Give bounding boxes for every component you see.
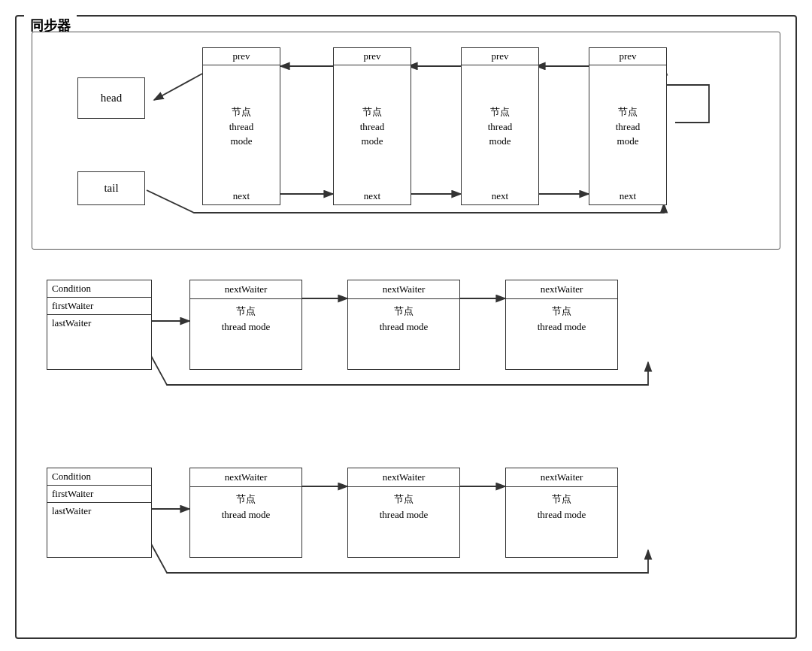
node2-body: 节点threadmode xyxy=(334,65,411,188)
s2-w2-nextwaiter: nextWaiter xyxy=(348,280,459,299)
s3-waiter1: nextWaiter 节点thread mode xyxy=(189,468,302,558)
node3-prev: prev xyxy=(462,48,538,65)
arrow-node1-prev-to-head xyxy=(154,74,202,100)
s2-lastwaiter: lastWaiter xyxy=(47,315,151,332)
s2-w1-nextwaiter: nextWaiter xyxy=(190,280,301,299)
section3-condition-queue: Condition firstWaiter lastWaiter nextWai… xyxy=(32,453,780,618)
node3-body: 节点threadmode xyxy=(462,65,538,188)
ll-node-2: prev 节点threadmode next xyxy=(333,47,411,205)
sync-box: 同步器 xyxy=(15,15,797,639)
s3-condition-label: Condition xyxy=(47,468,151,486)
s2-w3-nextwaiter: nextWaiter xyxy=(506,280,617,299)
s2-w2-body: 节点thread mode xyxy=(348,299,459,340)
ll-node-4: prev 节点threadmode next xyxy=(589,47,667,205)
s3-w3-body: 节点thread mode xyxy=(506,487,617,528)
arrow-external-to-node4-prev xyxy=(664,66,709,123)
node4-next: next xyxy=(589,188,666,204)
node1-body: 节点threadmode xyxy=(203,65,280,188)
ll-node-1: prev 节点threadmode next xyxy=(202,47,280,205)
ll-node-3: prev 节点threadmode next xyxy=(461,47,539,205)
node1-prev: prev xyxy=(203,48,280,65)
node2-next: next xyxy=(334,188,411,204)
s3-w2-nextwaiter: nextWaiter xyxy=(348,468,459,487)
s2-w3-body: 节点thread mode xyxy=(506,299,617,340)
section2-condition-box: Condition firstWaiter lastWaiter xyxy=(47,280,152,370)
section3-condition-box: Condition firstWaiter lastWaiter xyxy=(47,468,152,558)
s2-waiter2: nextWaiter 节点thread mode xyxy=(347,280,460,370)
s3-w2-body: 节点thread mode xyxy=(348,487,459,528)
node4-prev: prev xyxy=(589,48,666,65)
s3-lastwaiter: lastWaiter xyxy=(47,503,151,519)
s3-w1-body: 节点thread mode xyxy=(190,487,301,528)
s2-waiter3: nextWaiter 节点thread mode xyxy=(505,280,618,370)
node3-next: next xyxy=(462,188,538,204)
s3-w1-nextwaiter: nextWaiter xyxy=(190,468,301,487)
head-box: head xyxy=(77,77,145,119)
node4-body: 节点threadmode xyxy=(589,65,666,188)
s2-w1-body: 节点thread mode xyxy=(190,299,301,340)
node2-prev: prev xyxy=(334,48,411,65)
s3-w3-nextwaiter: nextWaiter xyxy=(506,468,617,487)
s2-firstwaiter: firstWaiter xyxy=(47,298,151,315)
s2-waiter1: nextWaiter 节点thread mode xyxy=(189,280,302,370)
node1-next: next xyxy=(203,188,280,204)
page: 同步器 xyxy=(0,0,812,651)
s3-waiter3: nextWaiter 节点thread mode xyxy=(505,468,618,558)
s2-condition-label: Condition xyxy=(47,280,151,298)
s3-firstwaiter: firstWaiter xyxy=(47,486,151,503)
tail-box: tail xyxy=(77,171,145,205)
section1-doubly-linked-list: head tail prev 节点threadmode next prev 节点… xyxy=(32,32,780,250)
s3-waiter2: nextWaiter 节点thread mode xyxy=(347,468,460,558)
section2-condition-queue: Condition firstWaiter lastWaiter nextWai… xyxy=(32,265,780,430)
